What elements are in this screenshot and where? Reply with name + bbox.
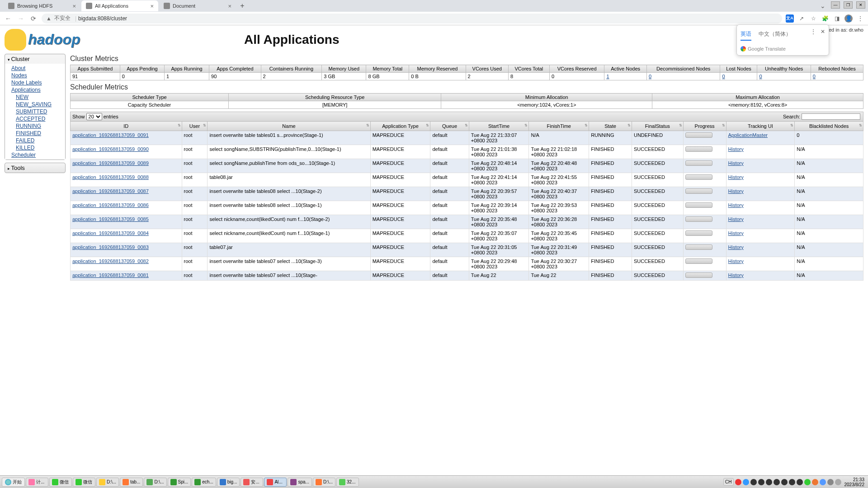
browser-tab[interactable]: Browsing HDFS× [4, 0, 80, 11]
metrics-link[interactable]: 1 [606, 74, 609, 79]
back-button[interactable]: ← [4, 14, 13, 23]
apps-column-header[interactable]: Name⇅ [208, 122, 370, 131]
reload-button[interactable]: ⟳ [29, 14, 38, 23]
browser-tab[interactable]: All Applications× [81, 0, 158, 11]
metrics-link[interactable]: 0 [649, 74, 651, 79]
metrics-link[interactable]: 0 [813, 74, 816, 79]
nav-appstate-submitted[interactable]: SUBMITTED [5, 108, 65, 115]
table-row: application_1692688137059_0086rootinsert… [71, 201, 863, 215]
app-blacklist: N/A [795, 159, 863, 173]
share-icon[interactable]: ↗ [797, 14, 806, 23]
app-id-link[interactable]: application_1692688137059_0084 [72, 230, 149, 236]
app-finish: Tue Aug 22 [529, 271, 589, 281]
apps-column-header[interactable]: Application Type⇅ [370, 122, 430, 131]
apps-column-header[interactable]: FinalStatus⇅ [632, 122, 683, 131]
app-progress [683, 145, 726, 159]
app-id-link[interactable]: application_1692688137059_0083 [72, 244, 149, 250]
nav-link-about[interactable]: About [5, 65, 65, 72]
browser-tab[interactable]: Document× [159, 0, 236, 11]
metrics-link[interactable]: 0 [722, 74, 725, 79]
forward-button[interactable]: → [16, 14, 25, 23]
nav-link-nodes[interactable]: Nodes [5, 72, 65, 79]
app-id-link[interactable]: application_1692688137059_0088 [72, 174, 149, 180]
app-id-link[interactable]: application_1692688137059_0089 [72, 160, 149, 166]
apps-column-header[interactable]: User⇅ [182, 122, 208, 131]
nav-appstate-running[interactable]: RUNNING [5, 122, 65, 130]
tracking-link[interactable]: History [728, 258, 744, 264]
tracking-link[interactable]: History [728, 146, 744, 152]
new-tab-button[interactable]: + [237, 2, 248, 10]
metrics-value: 1 [165, 73, 209, 80]
app-id-link[interactable]: application_1692688137059_0081 [72, 272, 149, 278]
app-id-link[interactable]: application_1692688137059_0086 [72, 202, 149, 208]
app-id-link[interactable]: application_1692688137059_0087 [72, 188, 149, 194]
nav-link-scheduler[interactable]: Scheduler [5, 151, 65, 159]
app-id-link[interactable]: application_1692688137059_0082 [72, 258, 149, 264]
minimize-button[interactable]: — [831, 1, 840, 9]
app-id-link[interactable]: application_1692688137059_0090 [72, 146, 149, 152]
app-blacklist: N/A [795, 201, 863, 215]
metrics-value: 90 [209, 73, 261, 80]
metrics-header: Apps Pending [120, 65, 164, 73]
translate-close-icon[interactable]: ✕ [821, 28, 825, 35]
app-final: UNDEFINED [632, 131, 683, 145]
app-id-link[interactable]: application_1692688137059_0085 [72, 216, 149, 222]
tracking-link[interactable]: History [728, 244, 744, 250]
sidepanel-icon[interactable]: ◨ [833, 14, 841, 23]
search-input[interactable] [802, 113, 860, 120]
nav-tools-head[interactable]: Tools [5, 163, 65, 173]
nav-link-node-labels[interactable]: Node Labels [5, 79, 65, 86]
translate-icon[interactable]: 文A [786, 14, 794, 23]
close-window-button[interactable]: ✕ [856, 1, 865, 9]
tab-close-icon[interactable]: × [228, 3, 231, 9]
hadoop-logo[interactable]: hadoop [5, 27, 108, 52]
tracking-link[interactable]: History [728, 272, 744, 278]
tracking-link[interactable]: History [728, 188, 744, 194]
tracking-link[interactable]: History [728, 230, 744, 236]
app-start: Tue Aug 22 21:33:07 +0800 2023 [469, 131, 529, 145]
apps-column-header[interactable]: FinishTime⇅ [529, 122, 589, 131]
apps-column-header[interactable]: StartTime⇅ [469, 122, 529, 131]
translate-tab-english[interactable]: 英语 [741, 28, 751, 41]
menu-icon[interactable]: ⋮ [856, 14, 864, 23]
apps-column-header[interactable]: State⇅ [589, 122, 632, 131]
tab-overflow-icon[interactable]: ⌄ [818, 1, 827, 10]
page-size-select[interactable]: 20 [86, 113, 102, 120]
app-type: MAPREDUCE [370, 131, 430, 145]
tracking-link[interactable]: ApplicationMaster [728, 132, 768, 138]
apps-column-header[interactable]: Tracking UI⇅ [726, 122, 795, 131]
restore-button[interactable]: ❐ [844, 1, 853, 9]
apps-column-header[interactable]: ID⇅ [71, 122, 182, 131]
metrics-link[interactable]: 0 [759, 74, 762, 79]
table-row: application_1692688137059_0090rootselect… [71, 145, 863, 159]
tracking-link[interactable]: History [728, 174, 744, 180]
tab-close-icon[interactable]: × [72, 3, 76, 9]
nav-appstate-finished[interactable]: FINISHED [5, 130, 65, 137]
apps-column-header[interactable]: Blacklisted Nodes⇅ [795, 122, 863, 131]
translate-tab-chinese[interactable]: 中文（简体） [759, 28, 791, 41]
app-id-link[interactable]: application_1692688137059_0091 [72, 132, 149, 138]
url-text: bigdata:8088/cluster [78, 15, 127, 22]
tab-close-icon[interactable]: × [150, 3, 154, 9]
apps-column-header[interactable]: Progress⇅ [683, 122, 726, 131]
apps-column-header[interactable]: Queue⇅ [430, 122, 469, 131]
bookmark-icon[interactable]: ☆ [809, 14, 817, 23]
translate-more-icon[interactable]: ⋮ [811, 28, 816, 35]
nav-link-applications[interactable]: Applications [5, 86, 65, 94]
app-name: select songName,publishTime from ods_so.… [208, 159, 370, 173]
nav-appstate-new_saving[interactable]: NEW_SAVING [5, 101, 65, 108]
app-final: SUCCEEDED [632, 229, 683, 243]
nav-appstate-new[interactable]: NEW [5, 94, 65, 101]
nav-appstate-killed[interactable]: KILLED [5, 144, 65, 151]
tracking-link[interactable]: History [728, 216, 744, 222]
nav-appstate-accepted[interactable]: ACCEPTED [5, 115, 65, 122]
profile-icon[interactable]: 👤 [844, 14, 853, 23]
metrics-header: Rebooted Nodes [811, 65, 863, 73]
tracking-link[interactable]: History [728, 160, 744, 166]
tracking-link[interactable]: History [728, 202, 744, 208]
extensions-icon[interactable]: 🧩 [821, 14, 829, 23]
nav-cluster-head[interactable]: Cluster [5, 54, 65, 64]
browser-chrome: Browsing HDFS×All Applications×Document×… [0, 0, 868, 25]
nav-appstate-failed[interactable]: FAILED [5, 137, 65, 144]
url-input[interactable]: ▲ 不安全 | bigdata:8088/cluster [42, 14, 782, 23]
